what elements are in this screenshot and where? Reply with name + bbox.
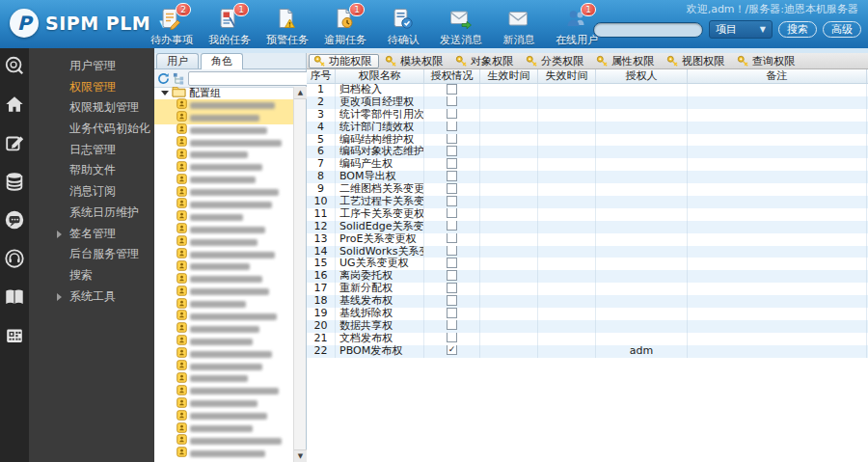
granted-checkbox[interactable] bbox=[447, 109, 457, 120]
table-row[interactable]: 3统计零部件引用次数权 bbox=[307, 109, 868, 122]
sidebar-item-entry[interactable]: 用户管理 bbox=[29, 56, 154, 77]
nav-item-new-message[interactable]: 新消息 bbox=[490, 3, 548, 47]
nav-item-my-task[interactable]: 1我的任务 bbox=[201, 3, 258, 47]
granted-checkbox[interactable] bbox=[447, 320, 457, 331]
granted-checkbox[interactable] bbox=[447, 84, 457, 95]
sidebar-item-entry[interactable]: 业务代码初始化 bbox=[29, 119, 154, 140]
table-row[interactable]: 14SolidWorks关系变更权 bbox=[307, 246, 868, 258]
search-button[interactable]: 搜索 bbox=[778, 21, 817, 38]
nav-item-send-message[interactable]: 发送消息 bbox=[432, 3, 490, 47]
tree-view-icon[interactable] bbox=[173, 71, 185, 85]
tree-item-blurred[interactable] bbox=[154, 348, 293, 361]
nav-item-todo-doc[interactable]: 2待办事项 bbox=[143, 3, 201, 47]
tab-对象权限[interactable]: 对象权限 bbox=[451, 54, 520, 68]
tree-item-blurred[interactable] bbox=[154, 137, 293, 149]
table-row[interactable]: 6编码对象状态维护权 bbox=[307, 146, 868, 158]
granted-checkbox[interactable] bbox=[447, 258, 457, 268]
granted-checkbox[interactable] bbox=[447, 208, 457, 219]
rail-button-qr[interactable] bbox=[0, 325, 29, 364]
rail-button-book[interactable] bbox=[0, 286, 29, 325]
tree-item-blurred[interactable] bbox=[154, 249, 293, 261]
tree-item-blurred[interactable] bbox=[154, 224, 293, 236]
table-row[interactable]: 19基线拆除权 bbox=[307, 308, 868, 320]
granted-checkbox[interactable] bbox=[447, 308, 457, 318]
granted-checkbox[interactable] bbox=[447, 270, 457, 281]
tree-item-blurred[interactable] bbox=[154, 372, 293, 385]
granted-checkbox[interactable] bbox=[447, 96, 457, 107]
tab-视图权限[interactable]: 视图权限 bbox=[663, 54, 731, 68]
tree-search-input[interactable] bbox=[189, 73, 322, 84]
tab-角色[interactable]: 角色 bbox=[201, 53, 243, 69]
tree-item-blurred[interactable] bbox=[154, 435, 293, 448]
tree-item-blurred[interactable] bbox=[154, 236, 293, 249]
advanced-search-button[interactable]: 高级 bbox=[823, 21, 861, 38]
table-row[interactable]: 10工艺过程卡关系变更权 bbox=[307, 196, 868, 208]
table-row[interactable]: 21文档发布权 bbox=[307, 333, 868, 345]
tab-属性权限[interactable]: 属性权限 bbox=[592, 54, 661, 68]
nav-item-overdue-task[interactable]: 1逾期任务 bbox=[316, 3, 374, 47]
sidebar-item-entry[interactable]: 系统日历维护 bbox=[29, 203, 154, 224]
tree-item-blurred[interactable] bbox=[154, 361, 293, 373]
tab-用户[interactable]: 用户 bbox=[156, 53, 199, 68]
tree-item-blurred[interactable] bbox=[154, 311, 293, 323]
granted-checkbox[interactable] bbox=[447, 171, 457, 181]
table-row[interactable]: 1归档检入 bbox=[307, 84, 868, 96]
granted-checkbox[interactable] bbox=[447, 158, 457, 169]
tree-item-blurred[interactable] bbox=[154, 273, 293, 285]
sidebar-item-active[interactable]: 权限管理 bbox=[29, 77, 154, 98]
tab-分类权限[interactable]: 分类权限 bbox=[522, 54, 590, 68]
granted-checkbox[interactable] bbox=[447, 122, 457, 132]
tab-查询权限[interactable]: 查询权限 bbox=[733, 54, 801, 68]
table-row[interactable]: 15UG关系变更权 bbox=[307, 258, 868, 270]
table-row[interactable]: 8BOM导出权 bbox=[307, 171, 868, 183]
scroll-down-icon[interactable]: ▼ bbox=[294, 449, 307, 462]
tree-root-node[interactable]: 配置组 bbox=[154, 87, 293, 99]
sidebar-item-entry[interactable]: 消息订阅 bbox=[29, 181, 154, 203]
table-row[interactable]: 2更改项目经理权 bbox=[307, 96, 868, 109]
table-row[interactable]: 16离岗委托权 bbox=[307, 270, 868, 283]
tab-模块权限[interactable]: 模块权限 bbox=[381, 54, 449, 68]
tree-item-blurred[interactable] bbox=[154, 260, 293, 273]
sidebar-item-entry[interactable]: 签名管理 bbox=[29, 224, 154, 245]
tree-item-blurred[interactable] bbox=[154, 397, 293, 410]
granted-checkbox[interactable] bbox=[447, 221, 457, 231]
tree-item-blurred[interactable] bbox=[154, 298, 293, 311]
tree-item-blurred[interactable] bbox=[154, 149, 293, 161]
granted-checkbox[interactable] bbox=[447, 134, 457, 145]
tree-item-blurred[interactable] bbox=[154, 336, 293, 348]
granted-checkbox[interactable] bbox=[447, 196, 457, 206]
granted-checkbox[interactable] bbox=[447, 283, 457, 293]
tab-功能权限[interactable]: 功能权限 bbox=[309, 54, 379, 68]
tree-item-blurred[interactable] bbox=[154, 99, 293, 112]
tree-item-blurred[interactable] bbox=[154, 174, 293, 186]
rail-button-headset[interactable] bbox=[0, 248, 29, 286]
search-scope-dropdown[interactable]: 项目 ▼ bbox=[709, 20, 773, 39]
table-row[interactable]: 12SolidEdge关系变更权 bbox=[307, 221, 868, 233]
table-row[interactable]: 22PBOM发布权✓adm bbox=[307, 345, 868, 358]
scroll-up-icon[interactable]: ▲ bbox=[294, 87, 307, 99]
granted-checkbox[interactable] bbox=[447, 233, 457, 244]
sidebar-item-entry[interactable]: 日志管理 bbox=[29, 140, 154, 161]
tree-item-blurred[interactable] bbox=[154, 161, 293, 174]
table-row[interactable]: 11工序卡关系变更权 bbox=[307, 208, 868, 221]
expander-down-icon[interactable] bbox=[161, 91, 169, 95]
table-row[interactable]: 7编码产生权 bbox=[307, 158, 868, 171]
tree-item-blurred[interactable] bbox=[154, 211, 293, 224]
table-row[interactable]: 5编码结构维护权 bbox=[307, 134, 868, 147]
tree-item-blurred[interactable] bbox=[154, 285, 293, 298]
tree-item-blurred[interactable] bbox=[154, 199, 293, 211]
tree-item-blurred[interactable] bbox=[154, 448, 293, 460]
rail-button-seal-search[interactable] bbox=[0, 55, 29, 94]
table-row[interactable]: 9二维图档关系变更权 bbox=[307, 183, 868, 196]
tree-item-blurred[interactable] bbox=[154, 112, 293, 124]
table-row[interactable]: 17重新分配权 bbox=[307, 283, 868, 295]
nav-item-warning-task[interactable]: 预警任务 bbox=[258, 3, 316, 47]
granted-checkbox[interactable] bbox=[447, 333, 457, 343]
tree-item-blurred[interactable] bbox=[154, 186, 293, 199]
tree-item-blurred[interactable] bbox=[154, 422, 293, 435]
rail-button-chat[interactable] bbox=[0, 209, 29, 248]
tree-scrollbar[interactable]: ▲ ▼ bbox=[293, 87, 306, 462]
granted-checkbox[interactable] bbox=[447, 295, 457, 306]
granted-checkbox[interactable] bbox=[447, 146, 457, 156]
table-row[interactable]: 4统计部门绩效权 bbox=[307, 122, 868, 134]
